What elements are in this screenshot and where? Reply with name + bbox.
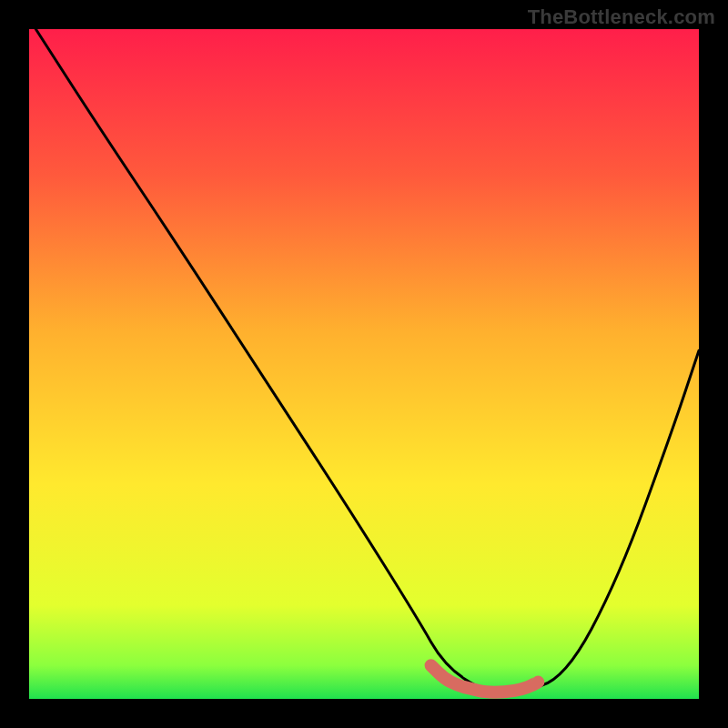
chart-canvas bbox=[0, 0, 728, 728]
gradient-background bbox=[29, 29, 699, 699]
chart-root: TheBottleneck.com bbox=[0, 0, 728, 728]
